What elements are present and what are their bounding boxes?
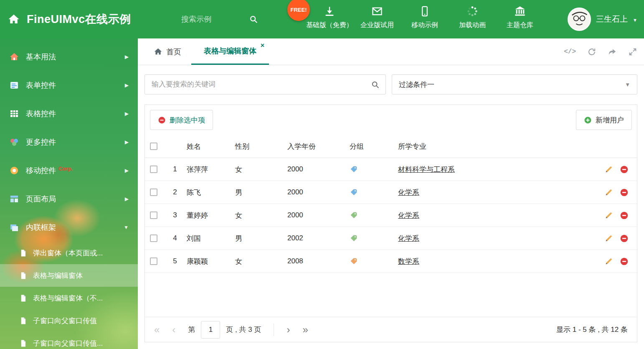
- nav-label: 企业版试用: [360, 21, 394, 30]
- sidebar-subitem-popup-window[interactable]: 弹出窗体（本页面或...: [0, 242, 138, 264]
- corp-badge: Corp.: [58, 166, 73, 172]
- row-checkbox[interactable]: [150, 234, 157, 242]
- brand[interactable]: FineUIMvc在线示例: [0, 12, 131, 27]
- sidebar-item-label: 基本用法: [26, 52, 56, 62]
- app-window: FineUIMvc在线示例 FREE! 基础版（免费） 企业版试用 移动示例 加…: [0, 0, 644, 349]
- nav-enterprise-trial[interactable]: 企业版试用: [353, 5, 401, 30]
- tag-icon: [350, 165, 358, 173]
- nav-label: 移动示例: [411, 21, 438, 30]
- refresh-button[interactable]: [587, 47, 596, 56]
- cell-year: 2000: [287, 165, 348, 173]
- sidebar-item-basic-usage[interactable]: 基本用法 ▶: [0, 43, 138, 71]
- delete-selected-button[interactable]: 删除选中项: [150, 110, 213, 130]
- edit-icon[interactable]: [604, 211, 613, 220]
- sidebar-item-page-layout[interactable]: 页面布局 ▶: [0, 185, 138, 213]
- button-label: 新增用户: [596, 115, 624, 125]
- edit-icon[interactable]: [604, 165, 613, 174]
- select-all-checkbox[interactable]: [150, 143, 157, 150]
- tab-tools: </>: [564, 38, 637, 65]
- page-number-input[interactable]: [201, 321, 220, 339]
- row-checkbox[interactable]: [150, 189, 157, 196]
- nav-theme-store[interactable]: 主题仓库: [496, 5, 544, 30]
- edit-icon[interactable]: [604, 188, 613, 197]
- sidebar-item-inline-frame[interactable]: 内联框架 ▼: [0, 213, 138, 242]
- plus-circle-icon: [584, 116, 592, 124]
- close-icon[interactable]: ×: [261, 42, 264, 49]
- major-link[interactable]: 数学系: [398, 257, 419, 266]
- form-icon: [9, 80, 19, 90]
- filter-row: 过滤条件一 ▼: [138, 65, 644, 104]
- file-icon: [19, 294, 27, 302]
- row-index: 5: [165, 257, 185, 265]
- sidebar-item-label: 更多控件: [26, 137, 56, 147]
- sidebar-subitem-grid-edit-window-2[interactable]: 表格与编辑窗体（不...: [0, 287, 138, 309]
- tag-icon: [350, 188, 358, 196]
- cell-year: 2008: [287, 257, 348, 265]
- major-link[interactable]: 化学系: [398, 211, 419, 220]
- home-icon: [154, 47, 162, 56]
- nav-loading-animation[interactable]: 加载动画: [449, 5, 496, 30]
- tab-home[interactable]: 首页: [144, 38, 191, 65]
- keyword-search-box: [145, 74, 386, 94]
- sidebar-item-form-controls[interactable]: 表单控件 ▶: [0, 71, 138, 99]
- tab-grid-edit-window[interactable]: 表格与编辑窗体 ×: [191, 38, 269, 65]
- keyword-search-input[interactable]: [151, 80, 371, 89]
- row-checkbox[interactable]: [150, 257, 157, 265]
- next-page-button[interactable]: ›: [287, 325, 290, 335]
- sidebar-subitem-child-to-parent[interactable]: 子窗口向父窗口传值: [0, 309, 138, 332]
- delete-icon[interactable]: [620, 165, 629, 174]
- search-icon[interactable]: [371, 80, 380, 89]
- chevron-right-icon: ▶: [125, 139, 129, 145]
- delete-icon[interactable]: [620, 211, 629, 220]
- grid-toolbar: 删除选中项 新增用户: [145, 105, 637, 135]
- sidebar-item-label: 移动控件: [26, 166, 56, 176]
- first-page-button[interactable]: «: [154, 325, 160, 335]
- edit-icon[interactable]: [604, 257, 613, 266]
- mobile-icon: [419, 5, 431, 17]
- envelope-icon: [371, 5, 383, 17]
- header-nav: 基础版（免费） 企业版试用 移动示例 加载动画 主题仓库: [306, 5, 544, 30]
- sidebar-item-mobile-controls[interactable]: 移动控件 Corp. ▶: [0, 156, 138, 185]
- sidebar-subitem-child-to-parent-2[interactable]: 子窗口向父窗口传值...: [0, 332, 138, 349]
- edit-icon[interactable]: [604, 234, 613, 243]
- tag-icon: [350, 234, 358, 242]
- row-checkbox[interactable]: [150, 211, 157, 219]
- cell-gender: 女: [235, 165, 287, 174]
- delete-icon[interactable]: [620, 234, 629, 243]
- record-summary: 显示 1 - 5 条 , 共 12 条: [556, 325, 628, 334]
- share-button[interactable]: [608, 47, 617, 56]
- add-user-button[interactable]: 新增用户: [576, 110, 632, 130]
- page-label-before: 第: [188, 325, 195, 334]
- sidebar-subitem-label: 子窗口向父窗口传值: [33, 316, 97, 326]
- filter-dropdown[interactable]: 过滤条件一 ▼: [392, 74, 637, 94]
- nav-mobile-demo[interactable]: 移动示例: [401, 5, 449, 30]
- last-page-button[interactable]: »: [302, 325, 308, 335]
- sidebar-item-label: 表单控件: [26, 80, 56, 90]
- chevron-right-icon: ▶: [125, 82, 129, 88]
- sidebar-item-grid-controls[interactable]: 表格控件 ▶: [0, 99, 138, 128]
- file-icon: [19, 317, 27, 325]
- sidebar-subitem-grid-edit-window[interactable]: 表格与编辑窗体: [0, 264, 138, 287]
- cell-gender: 男: [235, 234, 287, 243]
- sidebar-item-label: 页面布局: [26, 194, 56, 204]
- view-source-button[interactable]: </>: [564, 48, 576, 56]
- major-link[interactable]: 化学系: [398, 188, 419, 197]
- user-menu[interactable]: 三生石上 ▼: [568, 0, 637, 38]
- prev-page-button[interactable]: ‹: [172, 325, 175, 335]
- major-link[interactable]: 材料科学与工程系: [398, 165, 455, 174]
- search-icon[interactable]: [249, 15, 258, 24]
- delete-icon[interactable]: [620, 188, 629, 197]
- table-row: 2 陈飞 男 2000 化学系: [145, 181, 637, 204]
- row-index: 1: [165, 165, 185, 173]
- header-search-input[interactable]: [180, 15, 243, 24]
- avatar: [568, 8, 591, 31]
- delete-icon[interactable]: [620, 257, 629, 266]
- file-icon: [19, 339, 27, 347]
- sidebar-item-label: 内联框架: [26, 222, 56, 232]
- cell-name: 陈飞: [185, 188, 235, 197]
- fullscreen-button[interactable]: [628, 47, 637, 56]
- major-link[interactable]: 化学系: [398, 234, 419, 243]
- sidebar-item-more-controls[interactable]: 更多控件 ▶: [0, 128, 138, 156]
- nav-basic-edition[interactable]: 基础版（免费）: [306, 5, 353, 30]
- row-checkbox[interactable]: [150, 166, 157, 173]
